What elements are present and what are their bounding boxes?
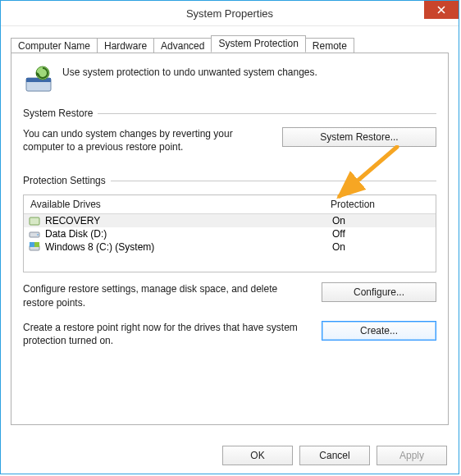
table-body: RECOVERY On Data Disk (D:) — [24, 214, 436, 272]
ok-button[interactable]: OK — [222, 446, 293, 465]
drive-name: RECOVERY — [45, 215, 100, 227]
close-icon — [437, 6, 445, 14]
close-button[interactable] — [424, 1, 459, 19]
tab-advanced[interactable]: Advanced — [153, 38, 212, 53]
group-system-restore: System Restore You can undo system chang… — [23, 108, 436, 153]
drive-status: On — [332, 215, 431, 227]
titlebar: System Properties — [1, 1, 459, 26]
drive-name: Data Disk (D:) — [45, 228, 107, 240]
system-restore-button[interactable]: System Restore... — [282, 127, 436, 147]
col-header-protection: Protection — [324, 195, 436, 213]
configure-text: Configure restore settings, manage disk … — [23, 282, 308, 309]
table-header: Available Drives Protection — [24, 195, 436, 214]
tab-panel: Use system protection to undo unwanted s… — [11, 53, 449, 425]
intro-text: Use system protection to undo unwanted s… — [62, 63, 317, 78]
divider — [98, 113, 436, 114]
intro-row: Use system protection to undo unwanted s… — [23, 63, 436, 94]
drive-status: On — [332, 241, 431, 253]
restore-text: You can undo system changes by reverting… — [23, 127, 269, 153]
divider — [111, 181, 436, 181]
window-title: System Properties — [186, 7, 273, 20]
tab-system-protection[interactable]: System Protection — [211, 35, 305, 53]
create-text: Create a restore point right now for the… — [23, 321, 308, 347]
svg-point-5 — [37, 234, 39, 236]
system-properties-window: System Properties Computer Name Hardware… — [0, 0, 459, 474]
group-heading-restore: System Restore — [23, 108, 93, 119]
table-row[interactable]: RECOVERY On — [24, 214, 436, 227]
client-area: Computer Name Hardware Advanced System P… — [1, 26, 459, 432]
drive-status: Off — [332, 228, 431, 240]
cancel-button[interactable]: Cancel — [299, 446, 370, 465]
drive-icon — [29, 228, 40, 240]
dialog-footer: OK Cancel Apply — [222, 446, 447, 465]
tab-remote[interactable]: Remote — [305, 38, 354, 53]
table-row[interactable]: Data Disk (D:) Off — [24, 227, 436, 240]
create-button[interactable]: Create... — [322, 321, 436, 341]
tab-hardware[interactable]: Hardware — [97, 38, 154, 53]
apply-button[interactable]: Apply — [377, 446, 447, 465]
configure-button[interactable]: Configure... — [322, 282, 436, 302]
svg-rect-3 — [30, 217, 39, 225]
drive-icon — [29, 215, 40, 227]
drive-name: Windows 8 (C:) (System) — [45, 241, 154, 253]
svg-rect-8 — [34, 242, 39, 247]
drive-icon — [29, 241, 40, 253]
system-protection-icon — [23, 63, 54, 94]
col-header-drives: Available Drives — [24, 195, 324, 213]
group-heading-protection: Protection Settings — [23, 175, 106, 186]
table-row[interactable]: Windows 8 (C:) (System) On — [24, 240, 436, 254]
tabstrip: Computer Name Hardware Advanced System P… — [11, 34, 449, 53]
drives-table: Available Drives Protection RECOVERY On — [23, 195, 436, 272]
group-protection-settings: Protection Settings Available Drives Pro… — [23, 175, 436, 347]
tab-computer-name[interactable]: Computer Name — [11, 38, 98, 53]
svg-rect-7 — [30, 242, 34, 247]
